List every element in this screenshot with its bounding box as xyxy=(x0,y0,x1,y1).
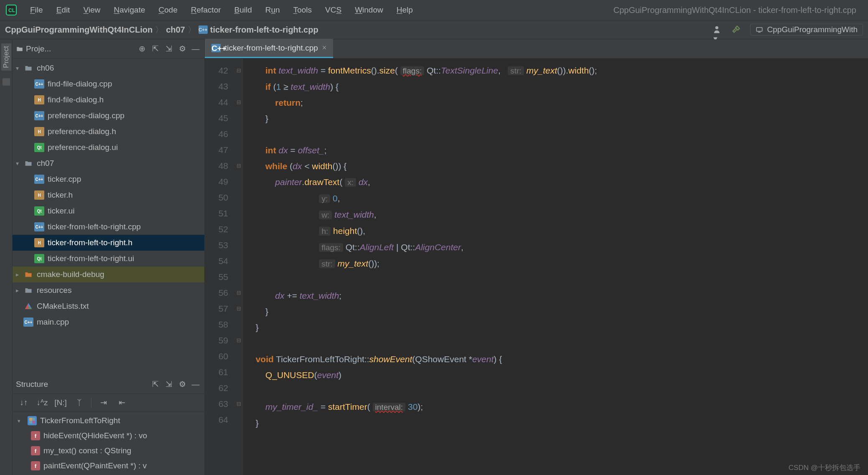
separator xyxy=(91,398,92,408)
structure-item[interactable]: fhideEvent(QHideEvent *) : vo xyxy=(13,428,204,443)
menu-edit[interactable]: Edit xyxy=(51,4,76,16)
line-gutter: 42 43 44 45 46 47 48 49 50 51 52 53 54 5… xyxy=(205,58,234,475)
tree-row[interactable]: C++main.cpp xyxy=(13,314,204,330)
expand-all-icon[interactable]: ⇱ xyxy=(150,379,161,390)
menu-refactor[interactable]: Refactor xyxy=(185,4,227,16)
breadcrumb-project[interactable]: CppGuiProgrammingWithQt4InCLion xyxy=(5,25,153,35)
menu-view[interactable]: View xyxy=(77,4,106,16)
tree-row[interactable]: ▾ch07 xyxy=(13,155,204,171)
watermark: CSDN @十秒拆包选手 xyxy=(789,463,860,472)
editor-tab-label: ticker-from-left-to-right.cpp xyxy=(225,43,318,53)
fold-gutter: ⊟ ⊟ ⊟ ⊟ ⊟ ⊟ ⊟ xyxy=(234,58,243,475)
breadcrumb-file[interactable]: ticker-from-left-to-right.cpp xyxy=(210,25,318,35)
menu-run[interactable]: Run xyxy=(260,4,286,16)
menu-tools[interactable]: Tools xyxy=(288,4,318,16)
cpp-file-icon: C++ xyxy=(211,44,221,52)
tree-row[interactable]: C++ticker.cpp xyxy=(13,171,204,187)
structure-list: ▾TickerFromLeftToRightfhideEvent(QHideEv… xyxy=(13,411,204,475)
tool-window-rail: Project xyxy=(0,39,13,475)
menu-navigate[interactable]: Navigate xyxy=(108,4,151,16)
breadcrumb: CppGuiProgrammingWithQt4InCLion 〉 ch07 〉… xyxy=(5,24,318,36)
run-config-label: CppGuiProgrammingWith xyxy=(767,25,858,34)
breadcrumb-folder[interactable]: ch07 xyxy=(166,25,185,35)
chevron-right-icon: 〉 xyxy=(155,24,163,36)
svg-rect-9 xyxy=(32,418,35,421)
collapse-all-icon[interactable]: ⇲ xyxy=(163,43,174,54)
menu-build[interactable]: Build xyxy=(229,4,258,16)
tree-row[interactable]: Hticker.h xyxy=(13,187,204,203)
editor-tab[interactable]: C++ ticker-from-left-to-right.cpp × xyxy=(205,39,333,58)
svg-text:CL: CL xyxy=(8,8,15,13)
tree-row[interactable]: Hticker-from-left-to-right.h xyxy=(13,235,204,251)
minimize-icon[interactable]: — xyxy=(190,379,201,390)
sort-icon[interactable]: ↓↑ xyxy=(18,396,30,409)
menu-bar: CL File Edit View Navigate Code Refactor… xyxy=(0,0,868,20)
cpp-file-icon: C++ xyxy=(199,25,208,34)
window-title: CppGuiProgrammingWithQt4InCLion - ticker… xyxy=(613,5,856,15)
svg-rect-10 xyxy=(29,421,32,424)
tree-row[interactable]: Qtticker.ui xyxy=(13,203,204,219)
gear-icon[interactable]: ⚙ xyxy=(177,379,188,390)
tree-icon[interactable]: ᛉ xyxy=(73,396,85,409)
folder-icon xyxy=(16,45,23,53)
autoscroll-to-icon[interactable]: ⇥ xyxy=(97,396,110,409)
tree-row[interactable]: Qtpreference-dialog.ui xyxy=(13,140,204,155)
rail-icon[interactable] xyxy=(3,78,10,86)
structure-pane-title[interactable]: Structure xyxy=(16,380,48,389)
collapse-all-icon[interactable]: ⇲ xyxy=(163,379,174,390)
gear-icon[interactable]: ⚙ xyxy=(177,43,188,54)
editor-tab-bar: C++ ticker-from-left-to-right.cpp × xyxy=(205,39,868,58)
minimize-icon[interactable]: — xyxy=(190,43,201,54)
structure-item[interactable]: ▾TickerFromLeftToRight xyxy=(13,413,204,428)
code-area[interactable]: int text_width = fontMetrics().size( fla… xyxy=(243,58,868,475)
code-editor[interactable]: 42 43 44 45 46 47 48 49 50 51 52 53 54 5… xyxy=(205,58,868,475)
menu-file[interactable]: File xyxy=(24,4,49,16)
menu-window[interactable]: Window xyxy=(349,4,389,16)
navigation-bar: CppGuiProgrammingWithQt4InCLion 〉 ch07 〉… xyxy=(0,20,868,39)
svg-rect-11 xyxy=(32,421,35,424)
chevron-right-icon: 〉 xyxy=(188,24,196,36)
tree-row[interactable]: ▸resources xyxy=(13,282,204,298)
structure-pane-header: Structure ⇱ ⇲ ⚙ — xyxy=(13,375,204,394)
structure-toolbar: ↓↑ ↓ᴬz [N:] ᛉ ⇥ ⇤ xyxy=(13,394,204,411)
filter-icon[interactable]: [N:] xyxy=(54,396,67,409)
tree-row[interactable]: ▾ch06 xyxy=(13,60,204,76)
expand-all-icon[interactable]: ⇱ xyxy=(150,43,161,54)
tree-row[interactable]: C++preference-dialog.cpp xyxy=(13,108,204,124)
app-logo-icon: CL xyxy=(5,4,18,16)
tree-row[interactable]: Hfind-file-dialog.h xyxy=(13,92,204,108)
main-menu: File Edit View Navigate Code Refactor Bu… xyxy=(24,4,419,16)
users-icon[interactable]: ▾ xyxy=(713,25,723,35)
tree-row[interactable]: ▸cmake-build-debug xyxy=(13,267,204,282)
svg-rect-3 xyxy=(756,28,762,31)
project-pane-header: Proje... ⊕ ⇱ ⇲ ⚙ — xyxy=(13,39,204,58)
svg-rect-4 xyxy=(758,32,761,33)
rail-tab-project[interactable]: Project xyxy=(1,43,11,71)
close-icon[interactable]: × xyxy=(322,43,327,52)
menu-help[interactable]: Help xyxy=(391,4,419,16)
menu-vcs[interactable]: VCS xyxy=(319,4,347,16)
project-pane-title[interactable]: Proje... xyxy=(26,44,51,53)
sort-alpha-icon[interactable]: ↓ᴬz xyxy=(36,396,48,409)
structure-item[interactable]: fmy_text() const : QString xyxy=(13,443,204,458)
project-tree: ▾ch06C++find-file-dialog.cppHfind-file-d… xyxy=(13,58,204,375)
locate-icon[interactable]: ⊕ xyxy=(137,43,148,54)
tree-row[interactable]: Hpreference-dialog.h xyxy=(13,124,204,140)
tree-row[interactable]: CMakeLists.txt xyxy=(13,298,204,314)
svg-point-2 xyxy=(715,26,718,29)
menu-code[interactable]: Code xyxy=(153,4,183,16)
autoscroll-from-icon[interactable]: ⇤ xyxy=(116,396,128,409)
tree-row[interactable]: C++ticker-from-left-to-right.cpp xyxy=(13,219,204,235)
structure-item[interactable]: fpaintEvent(QPaintEvent *) : v xyxy=(13,458,204,473)
svg-marker-6 xyxy=(25,303,28,309)
run-config-selector[interactable]: CppGuiProgrammingWith xyxy=(750,24,863,36)
tree-row[interactable]: C++find-file-dialog.cpp xyxy=(13,76,204,92)
tree-row[interactable]: Qtticker-from-left-to-right.ui xyxy=(13,251,204,267)
hammer-build-icon[interactable] xyxy=(732,25,742,35)
svg-rect-8 xyxy=(29,418,32,421)
